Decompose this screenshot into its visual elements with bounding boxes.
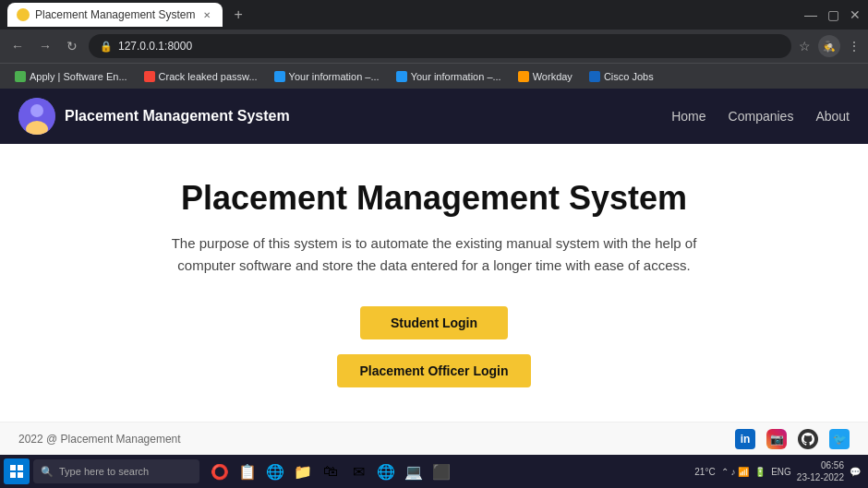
bookmark-item-6[interactable]: Cisco Jobs [582, 69, 661, 84]
taskbar-store[interactable]: 🛍 [318, 458, 344, 484]
bookmark-item-5[interactable]: Workday [511, 69, 580, 84]
taskbar-system-tray: 21°C ⌃ ♪ 📶 🔋 ENG 06:56 23-12-2022 💬 [694, 459, 864, 483]
taskbar-search-text: Type here to search [59, 466, 149, 477]
taskbar-start: 🔍 Type here to search [4, 458, 199, 484]
logo-text: Placement Management System [65, 108, 290, 125]
browser-titlebar: Placement Management System ✕ + — ▢ ✕ [0, 0, 868, 30]
officer-login-button[interactable]: Placement Officer Login [337, 354, 530, 387]
site-navigation: Placement Management System Home Compani… [0, 89, 868, 144]
bookmark-icon-5 [518, 71, 529, 82]
bookmark-item-1[interactable]: Apply | Software En... [7, 69, 135, 84]
taskbar-edge[interactable]: 🌐 [262, 458, 288, 484]
profile-button[interactable]: 🕵 [818, 35, 840, 57]
tab-favicon [17, 8, 30, 21]
website-content: Placement Management System Home Compani… [0, 89, 868, 455]
address-text: 127.0.0.1:8000 [118, 40, 192, 53]
taskbar-pinned-icons: ⭕ 📋 🌐 📁 🛍 ✉ 🌐 💻 ⬛ [207, 458, 454, 484]
menu-icon[interactable]: ⋮ [848, 39, 861, 54]
bookmark-item-3[interactable]: Your information –... [267, 69, 387, 84]
taskbar-mail[interactable]: ✉ [345, 458, 371, 484]
footer-copyright: 2022 @ Placement Management [18, 433, 181, 446]
site-main: Placement Management System The purpose … [0, 144, 868, 422]
bookmark-icon-4 [396, 71, 407, 82]
taskbar-vscode[interactable]: 💻 [401, 458, 427, 484]
system-clock[interactable]: 06:56 23-12-2022 [797, 459, 844, 483]
tab-close-button[interactable]: ✕ [200, 8, 213, 21]
nav-links: Home Companies About [671, 109, 850, 124]
windows-taskbar: 🔍 Type here to search ⭕ 📋 🌐 📁 🛍 ✉ 🌐 💻 ⬛ … [0, 455, 868, 488]
minimize-button[interactable]: — [805, 9, 816, 20]
search-icon: 🔍 [41, 466, 54, 478]
new-tab-button[interactable]: + [230, 6, 246, 23]
windows-start-button[interactable] [4, 458, 30, 484]
maximize-button[interactable]: ▢ [827, 9, 838, 20]
linkedin-icon[interactable]: in [735, 429, 755, 449]
twitter-icon[interactable]: 🐦 [829, 429, 850, 449]
refresh-button[interactable]: ↻ [63, 37, 81, 55]
svg-rect-6 [18, 472, 23, 478]
bookmark-icon-2 [144, 71, 155, 82]
svg-rect-4 [18, 465, 23, 470]
svg-rect-5 [10, 472, 16, 478]
hero-description: The purpose of this system is to automat… [166, 232, 702, 277]
window-controls: — ▢ ✕ [805, 9, 861, 20]
site-logo: Placement Management System [18, 98, 290, 135]
bookmark-icon-6 [589, 71, 600, 82]
close-button[interactable]: ✕ [850, 9, 861, 20]
taskbar-terminal[interactable]: ⬛ [428, 458, 454, 484]
tray-icons: ⌃ ♪ 📶 [721, 467, 750, 477]
clock-date: 23-12-2022 [797, 471, 844, 483]
taskbar-search[interactable]: 🔍 Type here to search [33, 459, 199, 483]
bookmark-icon-1 [15, 71, 26, 82]
student-login-button[interactable]: Student Login [360, 306, 508, 339]
tab-title: Placement Management System [35, 8, 195, 21]
login-button-group: Student Login Placement Officer Login [337, 306, 530, 387]
nav-link-home[interactable]: Home [671, 109, 705, 124]
site-footer: 2022 @ Placement Management in 📷 🐦 [0, 422, 868, 455]
lang-indicator: ENG [771, 467, 791, 477]
incognito-label: 🕵 [823, 41, 836, 53]
address-bar[interactable]: 🔒 127.0.0.1:8000 [89, 34, 791, 58]
toolbar-right: ☆ 🕵 ⋮ [799, 35, 861, 57]
back-button[interactable]: ← [7, 37, 28, 55]
star-icon[interactable]: ☆ [799, 39, 811, 54]
logo-avatar [18, 98, 55, 135]
lock-icon: 🔒 [100, 41, 113, 53]
taskbar-chrome[interactable]: 🌐 [373, 458, 399, 484]
instagram-icon[interactable]: 📷 [766, 429, 787, 449]
nav-link-companies[interactable]: Companies [729, 109, 794, 124]
taskbar-task-view[interactable]: 📋 [235, 458, 260, 484]
nav-link-about[interactable]: About [815, 109, 850, 124]
bookmark-item-2[interactable]: Crack leaked passw... [137, 69, 265, 84]
battery-icon: 🔋 [754, 467, 766, 477]
bookmarks-bar: Apply | Software En... Crack leaked pass… [0, 63, 868, 89]
bookmark-item-4[interactable]: Your information –... [389, 69, 509, 84]
svg-point-1 [30, 104, 43, 117]
bookmark-icon-3 [274, 71, 285, 82]
footer-social-icons: in 📷 🐦 [735, 429, 850, 449]
browser-toolbar: ← → ↻ 🔒 127.0.0.1:8000 ☆ 🕵 ⋮ [0, 30, 868, 63]
notification-icon[interactable]: 💬 [850, 467, 861, 477]
svg-rect-3 [10, 465, 16, 470]
browser-tab[interactable]: Placement Management System ✕ [7, 3, 223, 27]
taskbar-explorer[interactable]: 📁 [290, 458, 316, 484]
weather-temp: 21°C [694, 467, 715, 477]
forward-button[interactable]: → [35, 37, 55, 55]
github-icon[interactable] [798, 429, 818, 449]
hero-title: Placement Management System [181, 179, 687, 218]
clock-time: 06:56 [797, 459, 844, 471]
taskbar-cortana[interactable]: ⭕ [207, 458, 233, 484]
